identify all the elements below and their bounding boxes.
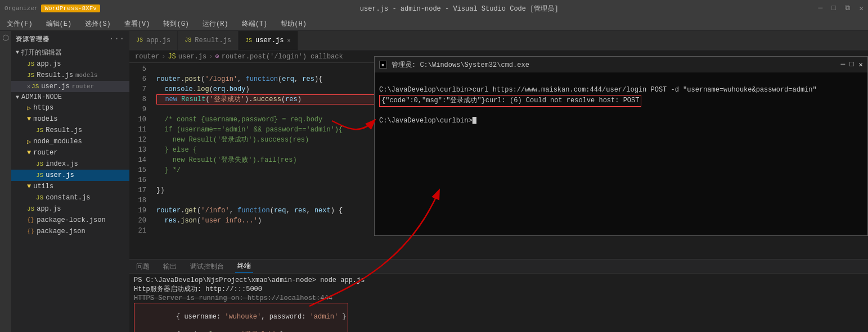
terminal-highlight-block: { username: 'wuhouke', password: 'admin'… [134, 303, 348, 332]
tab-resultjs[interactable]: JS Result.js [178, 31, 239, 50]
section-admin-node[interactable]: ▼ ADMIN-NODE [11, 92, 129, 102]
minimize-btn[interactable]: ─ [818, 4, 823, 13]
folder-node-modules[interactable]: ▷ node_modules [11, 136, 129, 147]
close-icon[interactable]: ✕ [27, 83, 30, 90]
panel-tab-problems[interactable]: 问题 [134, 260, 152, 273]
panel-tab-debug[interactable]: 调试控制台 [188, 260, 226, 273]
panel-tab-terminal[interactable]: 终端 [235, 260, 253, 273]
menu-goto[interactable]: 转到(G) [161, 18, 191, 30]
menu-edit[interactable]: 编辑(E) [44, 18, 74, 30]
breadcrumb-sep: › [161, 53, 165, 61]
cmd-line-1: C:\JavaDevelop\curlbin>curl https://www.… [379, 86, 817, 94]
open-file-app[interactable]: JS app.js [11, 58, 129, 70]
section-label: ADMIN-NODE [21, 93, 62, 101]
cmd-minimize[interactable]: ─ [841, 60, 845, 69]
folder-icon: ▼ [27, 115, 31, 123]
tab-label: app.js [146, 37, 170, 44]
cmd-icon: ■ [379, 61, 387, 69]
explorer-icon[interactable]: ⬡ [2, 33, 9, 43]
terminal-line-3: HTTPS Server is running on: https://loca… [134, 294, 863, 303]
js-icon: JS [36, 172, 43, 179]
folder-icon: ▼ [27, 149, 31, 157]
js-icon: JS [27, 206, 34, 212]
file-package-lock[interactable]: {} package-lock.json [11, 215, 129, 226]
menu-help[interactable]: 帮助(H) [278, 18, 309, 30]
file-app-js[interactable]: JS app.js [11, 203, 129, 215]
file-user-js[interactable]: JS user.js [11, 170, 129, 181]
file-constant-js[interactable]: JS constant.js [11, 192, 129, 203]
terminal-obj-line: { username: 'wuhouke', password: 'admin'… [176, 313, 346, 321]
js-file-icon: JS [136, 37, 143, 43]
window-title: user.js - admin-node - Visual Studio Cod… [360, 4, 559, 13]
menu-terminal[interactable]: 终端(T) [240, 18, 270, 30]
js-file-icon: JS [185, 37, 191, 43]
breadcrumb-file: user.js [178, 53, 206, 61]
js-icon: JS [36, 127, 43, 134]
menu-run[interactable]: 运行(R) [200, 18, 231, 30]
cmd-titlebar: ■ 管理员: C:\Windows\System32\cmd.exe ─ □ ✕ [375, 57, 867, 72]
file-name: app.js [37, 60, 61, 68]
breadcrumb-sep2: › [209, 53, 213, 61]
tab-close-icon[interactable]: ✕ [287, 37, 291, 44]
section-label: 打开的编辑器 [21, 48, 62, 57]
folder-icon: ▷ [27, 138, 31, 146]
folder-models[interactable]: ▼ models [11, 113, 129, 125]
terminal-content[interactable]: PS C:\JavaDevelop\NjsProject\xmao\admin-… [129, 274, 868, 332]
sidebar-more[interactable]: ··· [109, 34, 125, 43]
folder-router[interactable]: ▼ router [11, 147, 129, 158]
section-open-editors[interactable]: ▼ 打开的编辑器 [11, 47, 129, 58]
folder-icon: ▷ [27, 104, 31, 112]
file-name: package.json [37, 228, 85, 235]
file-name: package-lock.json [37, 216, 105, 224]
chevron-down-icon: ▼ [16, 49, 19, 56]
cmd-title: 管理员: C:\Windows\System32\cmd.exe [392, 60, 529, 70]
titlebar: Organizer WordPress-8XFv user.js - admin… [0, 0, 868, 17]
file-name: user.js [41, 83, 69, 90]
cmd-controls[interactable]: ─ □ ✕ [841, 60, 863, 69]
open-file-user[interactable]: ✕ JS user.js router [11, 81, 129, 92]
file-path-hint: models [75, 72, 98, 79]
file-package-json[interactable]: {} package.json [11, 226, 129, 237]
window-controls[interactable]: ─ □ ⧉ ✕ [818, 4, 863, 13]
file-name: app.js [37, 205, 61, 213]
file-name: user.js [46, 171, 74, 179]
folder-name: https [33, 104, 53, 112]
restore-btn[interactable]: ⧉ [845, 4, 850, 13]
js-icon: JS [27, 61, 34, 67]
file-result-js[interactable]: JS Result.js [11, 125, 129, 136]
tab-label: Result.js [195, 37, 231, 44]
menu-file[interactable]: 文件(F) [5, 18, 35, 30]
file-name: Result.js [46, 126, 82, 134]
folder-name: utils [33, 183, 53, 190]
cmd-close[interactable]: ✕ [858, 60, 863, 69]
tab-appjs[interactable]: JS app.js [129, 31, 178, 50]
folder-utils[interactable]: ▼ utils [11, 181, 129, 192]
sidebar-title: 资源管理器 [16, 35, 50, 43]
close-btn[interactable]: ✕ [859, 4, 863, 13]
folder-name: models [33, 115, 57, 123]
folder-icon: ▼ [27, 183, 31, 190]
menubar: 文件(F) 编辑(E) 选择(S) 查看(V) 转到(G) 运行(R) 终端(T… [0, 17, 868, 31]
sidebar: 资源管理器 ··· ▼ 打开的编辑器 JS app.js JS Result.j… [11, 31, 129, 332]
file-path-hint: router [72, 83, 95, 90]
folder-https[interactable]: ▷ https [11, 102, 129, 113]
breadcrumb-js-icon: JS [168, 53, 176, 61]
maximize-btn[interactable]: □ [831, 4, 836, 13]
breadcrumb-func-icon: ⊙ [215, 52, 219, 61]
organizer-label: Organizer [5, 5, 38, 12]
tab-label: user.js [255, 37, 284, 44]
js-icon: JS [36, 161, 43, 167]
file-index-js[interactable]: JS index.js [11, 158, 129, 170]
menu-select[interactable]: 选择(S) [83, 18, 113, 30]
json-icon: {} [27, 228, 34, 235]
js-icon: JS [32, 83, 39, 90]
tab-userjs[interactable]: JS user.js ✕ [239, 31, 298, 50]
folder-name: router [33, 149, 57, 157]
panel-tab-output[interactable]: 输出 [161, 260, 179, 273]
cmd-window: ■ 管理员: C:\Windows\System32\cmd.exe ─ □ ✕… [374, 56, 868, 236]
open-file-result[interactable]: JS Result.js models [11, 70, 129, 81]
menu-view[interactable]: 查看(V) [122, 18, 152, 30]
json-icon: {} [27, 217, 34, 224]
file-name: Result.js [37, 71, 73, 79]
cmd-maximize[interactable]: □ [849, 60, 854, 69]
